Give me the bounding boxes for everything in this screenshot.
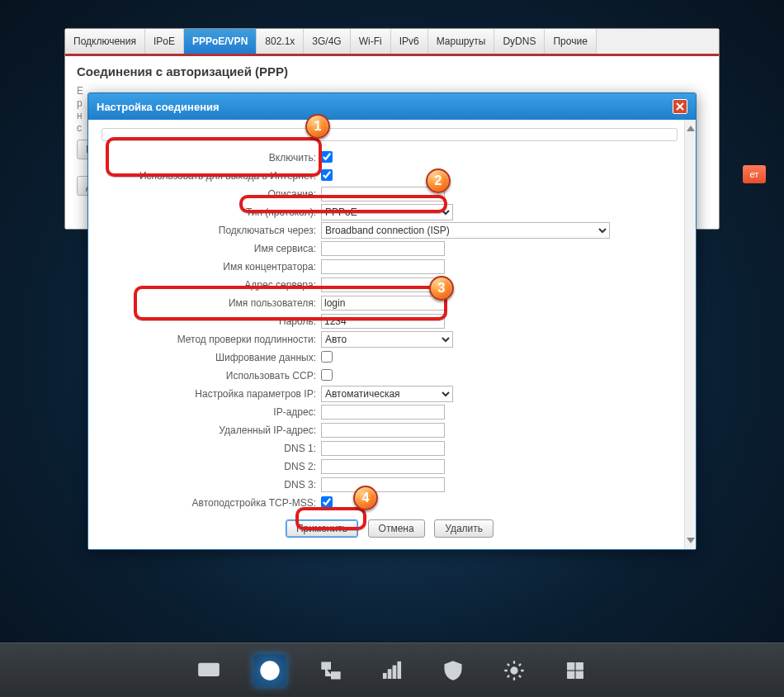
tab-ipv6[interactable]: IPv6 bbox=[391, 29, 428, 54]
tab-connections[interactable]: Подключения bbox=[65, 29, 145, 54]
input-remote-ip[interactable] bbox=[321, 423, 445, 438]
dialog-button-row: Применить Отмена Удалить bbox=[98, 519, 681, 538]
select-ip-config[interactable]: Автоматическая bbox=[321, 386, 453, 402]
svg-rect-7 bbox=[398, 661, 401, 678]
bottom-dock bbox=[0, 642, 784, 697]
tab-ipoe[interactable]: IPoE bbox=[145, 29, 184, 54]
input-dns3[interactable] bbox=[321, 477, 445, 492]
label-ip-addr: IP-адрес: bbox=[98, 406, 321, 418]
dialog-body: Включить: Использовать для выхода в Инте… bbox=[88, 120, 696, 549]
input-dns2[interactable] bbox=[321, 459, 445, 474]
status-badge: ет bbox=[743, 165, 766, 183]
label-dns2: DNS 2: bbox=[98, 461, 321, 472]
checkbox-tcp-mss[interactable] bbox=[321, 496, 333, 508]
svg-rect-6 bbox=[393, 666, 396, 678]
label-auth-method: Метод проверки подлинности: bbox=[98, 334, 321, 345]
close-icon[interactable] bbox=[673, 99, 687, 114]
tab-other[interactable]: Прочие bbox=[545, 29, 596, 54]
label-concentrator: Имя концентратора: bbox=[98, 261, 321, 273]
tab-pppoe-vpn[interactable]: PPPoE/VPN bbox=[184, 29, 257, 54]
page-title: Соединения с авторизацией (PPP) bbox=[77, 64, 707, 78]
label-enable: Включить: bbox=[98, 152, 321, 164]
select-protocol[interactable]: PPPoE bbox=[321, 204, 453, 220]
svg-rect-3 bbox=[332, 672, 339, 678]
label-username: Имя пользователя: bbox=[98, 297, 321, 309]
select-auth-method[interactable]: Авто bbox=[321, 331, 453, 348]
label-use-internet: Использовать для выхода в Интернет: bbox=[98, 170, 321, 182]
input-username[interactable] bbox=[321, 296, 445, 311]
svg-rect-2 bbox=[323, 662, 330, 668]
tab-wifi[interactable]: Wi-Fi bbox=[351, 29, 391, 54]
dialog-title-text: Настройка соединения bbox=[97, 101, 220, 113]
gear-icon[interactable] bbox=[498, 654, 531, 687]
shield-icon[interactable] bbox=[437, 654, 470, 687]
select-connect-via[interactable]: Broadband connection (ISP) bbox=[321, 222, 610, 239]
checkbox-encryption[interactable] bbox=[321, 351, 333, 363]
label-encryption: Шифрование данных: bbox=[98, 352, 321, 363]
label-dns1: DNS 1: bbox=[98, 443, 321, 454]
input-concentrator[interactable] bbox=[321, 259, 445, 274]
cancel-button[interactable]: Отмена bbox=[368, 519, 425, 538]
network-icon[interactable] bbox=[314, 654, 347, 687]
svg-rect-10 bbox=[576, 662, 583, 669]
scroll-up-icon[interactable] bbox=[687, 123, 695, 131]
apply-button[interactable]: Применить bbox=[286, 519, 358, 538]
checkbox-use-internet[interactable] bbox=[321, 169, 333, 181]
tab-dyndns[interactable]: DyDNS bbox=[494, 29, 545, 54]
input-dns1[interactable] bbox=[321, 441, 445, 456]
label-use-ccp: Использовать CCP: bbox=[98, 370, 321, 382]
checkbox-enable[interactable] bbox=[321, 151, 333, 163]
input-description[interactable] bbox=[321, 187, 445, 202]
globe-icon[interactable] bbox=[253, 654, 286, 687]
input-password[interactable] bbox=[321, 314, 445, 329]
scroll-down-icon[interactable] bbox=[687, 538, 695, 546]
svg-rect-12 bbox=[576, 671, 583, 678]
label-tcp-mss: Автоподстройка TCP-MSS: bbox=[98, 497, 321, 509]
label-description: Описание: bbox=[98, 188, 321, 200]
label-password: Пароль: bbox=[98, 315, 321, 327]
label-server-addr: Адрес сервера: bbox=[98, 279, 321, 291]
label-remote-ip: Удаленный IP-адрес: bbox=[98, 424, 321, 436]
monitor-icon[interactable] bbox=[192, 654, 225, 687]
tab-3g4g[interactable]: 3G/4G bbox=[304, 29, 350, 54]
top-stub-field[interactable] bbox=[102, 128, 678, 141]
label-protocol: Тип (протокол): bbox=[98, 206, 321, 218]
svg-point-8 bbox=[512, 667, 517, 673]
svg-rect-4 bbox=[384, 673, 387, 678]
tab-routes[interactable]: Маршруты bbox=[428, 29, 495, 54]
input-server-addr[interactable] bbox=[321, 277, 445, 292]
label-ip-config: Настройка параметров IP: bbox=[98, 388, 321, 400]
label-connect-via: Подключаться через: bbox=[98, 225, 321, 236]
dialog-titlebar: Настройка соединения bbox=[88, 93, 696, 120]
tab-8021x[interactable]: 802.1x bbox=[257, 29, 304, 54]
svg-rect-11 bbox=[568, 671, 574, 678]
dialog-scrollbar[interactable] bbox=[684, 120, 696, 549]
svg-rect-9 bbox=[568, 662, 574, 669]
checkbox-use-ccp[interactable] bbox=[321, 369, 333, 381]
label-service-name: Имя сервиса: bbox=[98, 243, 321, 254]
svg-rect-5 bbox=[388, 669, 391, 678]
delete-button[interactable]: Удалить bbox=[434, 519, 494, 538]
apps-icon[interactable] bbox=[559, 654, 592, 687]
label-dns3: DNS 3: bbox=[98, 479, 321, 491]
input-ip-addr[interactable] bbox=[321, 405, 445, 420]
top-tabbar: Подключения IPoE PPPoE/VPN 802.1x 3G/4G … bbox=[65, 29, 719, 56]
input-service-name[interactable] bbox=[321, 241, 445, 256]
signal-icon[interactable] bbox=[375, 654, 409, 687]
connection-dialog: Настройка соединения Включить: Использов… bbox=[87, 92, 697, 550]
